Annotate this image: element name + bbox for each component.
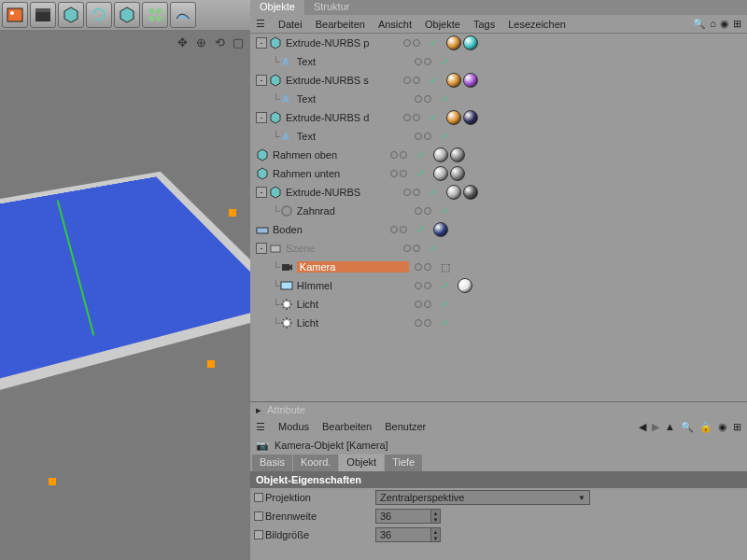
tree-label[interactable]: Licht <box>297 317 409 329</box>
material-tag[interactable] <box>446 185 461 200</box>
visibility-dots[interactable] <box>390 226 413 233</box>
visibility-dots[interactable] <box>415 58 437 65</box>
attr-menu-user[interactable]: Benutzer <box>385 421 426 432</box>
expand-toggle[interactable]: - <box>256 75 267 86</box>
enable-check[interactable]: ✓ <box>441 279 450 292</box>
up-icon[interactable]: ▲ <box>665 421 675 433</box>
tree-row[interactable]: -Extrude-NURBS p✓ <box>250 34 747 52</box>
visibility-dots[interactable] <box>415 133 437 140</box>
anim-checkbox[interactable] <box>254 493 263 502</box>
material-tag[interactable] <box>463 185 478 200</box>
tool-cube-icon[interactable] <box>58 2 84 28</box>
tree-label[interactable]: Extrude-NURBS s <box>286 75 398 86</box>
tree-row[interactable]: └ AText✓ <box>250 127 747 146</box>
tree-label[interactable]: Extrude-NURBS p <box>286 37 398 49</box>
tree-row[interactable]: Rahmen unten✓ <box>250 164 747 183</box>
menu-edit[interactable]: Bearbeiten <box>316 19 365 30</box>
material-tag[interactable] <box>446 35 461 50</box>
tab-coord[interactable]: Koord. <box>293 455 338 471</box>
anim-checkbox[interactable] <box>254 511 263 521</box>
3d-viewport[interactable]: osd ✥ ⊕ ⟲ ▢ <box>0 30 250 560</box>
enable-check[interactable]: ✓ <box>441 204 450 217</box>
material-tag[interactable] <box>446 110 461 125</box>
expand-icon[interactable]: ⊞ <box>733 18 741 30</box>
tree-label[interactable]: Szene <box>286 243 398 254</box>
material-tag[interactable] <box>450 147 465 162</box>
tree-label[interactable]: Text <box>297 131 409 142</box>
expand2-icon[interactable]: ⊞ <box>733 421 741 433</box>
tree-row[interactable]: -Szene✓ <box>250 239 747 258</box>
tree-row[interactable]: -Extrude-NURBS d✓ <box>250 108 747 127</box>
home-icon[interactable]: ⌂ <box>710 18 716 30</box>
tab-basis[interactable]: Basis <box>252 455 292 471</box>
material-tag[interactable] <box>463 73 478 88</box>
tree-label[interactable]: Licht <box>297 299 409 310</box>
expand-toggle[interactable]: - <box>256 243 267 254</box>
projection-dropdown[interactable]: Zentralperspektive▼ <box>375 490 590 505</box>
expand-toggle[interactable]: - <box>256 187 267 198</box>
tree-label[interactable]: Rahmen unten <box>273 168 385 179</box>
zoom-icon[interactable]: ⊕ <box>192 34 209 50</box>
attr-menu-icon[interactable]: ☰ <box>256 421 265 433</box>
tool-clapper-icon[interactable] <box>30 2 56 28</box>
tree-label[interactable]: HImmel <box>297 280 409 291</box>
pan-icon[interactable]: ✥ <box>174 34 190 50</box>
frame-icon[interactable]: ▢ <box>230 34 247 50</box>
tool-image-icon[interactable] <box>2 2 28 28</box>
search-icon[interactable]: 🔍 <box>693 18 706 30</box>
tree-row[interactable]: └ Licht✓ <box>250 295 747 314</box>
attr-menu-edit[interactable]: Bearbeiten <box>322 421 372 432</box>
tab-objects[interactable]: Objekte <box>250 0 304 15</box>
material-tag[interactable] <box>458 278 472 293</box>
selection-handle[interactable] <box>49 478 56 485</box>
enable-check[interactable]: ✓ <box>430 242 439 255</box>
enable-check[interactable]: ✓ <box>441 130 450 143</box>
material-tag[interactable] <box>463 35 478 50</box>
selection-handle[interactable] <box>207 360 215 368</box>
menu-view[interactable]: Ansicht <box>378 19 412 30</box>
anim-checkbox[interactable] <box>254 530 263 539</box>
tree-label[interactable]: Rahmen oben <box>273 149 385 161</box>
menu-bookmarks[interactable]: Lesezeichen <box>508 19 566 30</box>
enable-check[interactable]: ✓ <box>430 74 439 87</box>
enable-check[interactable]: ✓ <box>416 167 426 180</box>
lock-icon[interactable]: 🔒 <box>699 421 712 433</box>
enable-check[interactable]: ✓ <box>430 36 439 49</box>
enable-check[interactable]: ✓ <box>441 316 450 329</box>
back-icon[interactable]: ◀ <box>639 421 646 433</box>
tree-row[interactable]: -Extrude-NURBS✓ <box>250 183 747 202</box>
eye2-icon[interactable]: ◉ <box>718 421 727 433</box>
tool-cube2-icon[interactable] <box>114 2 140 28</box>
visibility-dots[interactable] <box>403 114 426 121</box>
visibility-dots[interactable] <box>403 39 426 47</box>
enable-check[interactable]: ✓ <box>430 186 439 199</box>
eye-icon[interactable]: ◉ <box>720 18 729 30</box>
enable-check[interactable]: ✓ <box>416 223 426 236</box>
material-tag[interactable] <box>446 73 461 88</box>
tree-row[interactable]: └ Zahnrad✓ <box>250 202 747 220</box>
tree-label[interactable]: Text <box>297 93 409 105</box>
visibility-dots[interactable] <box>415 282 437 289</box>
visibility-dots[interactable] <box>415 301 437 308</box>
size-input[interactable]: 36 <box>375 527 431 542</box>
visibility-dots[interactable] <box>390 151 413 159</box>
tree-row[interactable]: Rahmen oben✓ <box>250 146 747 164</box>
visibility-dots[interactable] <box>403 189 426 196</box>
object-tree[interactable]: -Extrude-NURBS p✓└ AText✓-Extrude-NURBS … <box>250 34 747 401</box>
visibility-dots[interactable] <box>415 207 437 215</box>
tree-row[interactable]: └ AText✓ <box>250 90 747 108</box>
focal-input[interactable]: 36 <box>375 509 431 524</box>
tree-row[interactable]: └ HImmel✓ <box>250 276 747 295</box>
tree-row[interactable]: └ Kamera ⬚ <box>250 258 747 276</box>
tree-row[interactable]: -Extrude-NURBS s✓ <box>250 71 747 90</box>
fwd-icon[interactable]: ▶ <box>652 421 659 433</box>
enable-check[interactable]: ✓ <box>416 148 426 161</box>
tool-rotate-icon[interactable] <box>86 2 112 28</box>
tool-array-icon[interactable] <box>142 2 168 28</box>
tab-object[interactable]: Objekt <box>339 455 384 471</box>
material-tag[interactable] <box>433 222 448 237</box>
visibility-dots[interactable] <box>403 77 426 84</box>
visibility-dots[interactable] <box>415 263 437 271</box>
tree-row[interactable]: └ Licht✓ <box>250 314 747 332</box>
enable-check[interactable]: ✓ <box>441 92 450 105</box>
